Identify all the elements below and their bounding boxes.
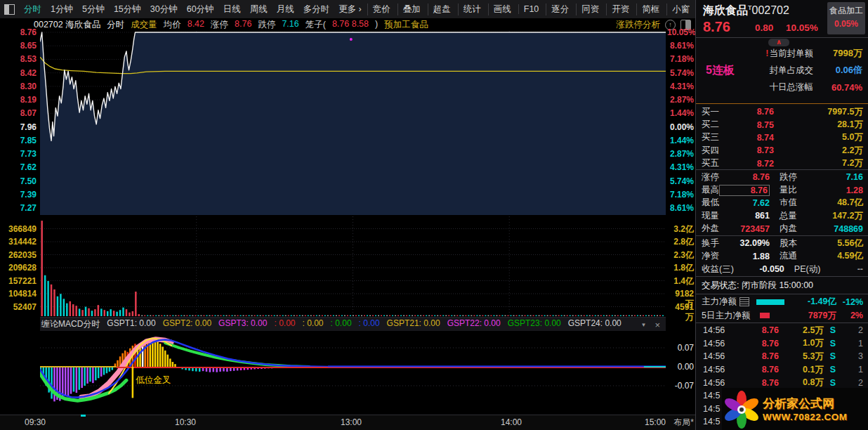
seal-value: 0.06倍 xyxy=(819,64,862,77)
amount-axis-label: 1.4亿 xyxy=(667,276,694,286)
macd-axis-label: 0.00 xyxy=(667,362,694,372)
seal-label: 封单占成交 xyxy=(770,65,814,77)
volume-bars xyxy=(41,221,664,316)
menu-item-15分钟[interactable]: 15分钟 xyxy=(110,4,145,15)
last-price: 8.76 xyxy=(703,19,730,35)
time-axis-label-13:00: 13:00 xyxy=(336,417,367,427)
menu-item-开资[interactable]: 开资 xyxy=(606,4,634,15)
time-axis-marker xyxy=(81,415,86,417)
flow-value: -1.49亿 xyxy=(784,296,836,308)
amount-axis-label: 1.8亿 xyxy=(667,263,694,273)
trade-row-1[interactable]: 14:56 8.76 1.0万 S 1 xyxy=(696,337,868,351)
flow-label: 主力净额 xyxy=(702,296,737,308)
collapse-chevron-icon[interactable]: ∧ xyxy=(768,39,789,46)
volume-axis-label: 104814 xyxy=(4,289,37,299)
bid-price: 8.76 xyxy=(719,107,774,117)
trade-time: 14:56 xyxy=(703,325,735,335)
trade-row-0[interactable]: 14:56 8.76 2.5万 S 2 xyxy=(696,324,868,337)
bid-row-买一[interactable]: 买一 8.76 7997.5万 xyxy=(696,105,868,118)
info-segment-4: 8.42 xyxy=(188,19,204,31)
menu-items: 分时1分钟5分钟15分钟30分钟60分钟日线周线月线多分时更多 ›竞价叠加超盘统… xyxy=(20,4,791,15)
seal-row-1: 封单占成交0.06倍 xyxy=(729,64,862,77)
macd-indicator-header: 缠论MACD分时GSPT1: 0.00GSPT2: 0.00GSPT3: 0.0… xyxy=(40,317,666,331)
limit-analysis-button[interactable]: 涨跌停分析 xyxy=(617,19,661,31)
macd-value-1: GSPT1: 0.00 xyxy=(107,318,155,330)
stat-value: 861 xyxy=(719,211,770,221)
menu-item-多分时[interactable]: 多分时 xyxy=(300,4,334,15)
macd-axis-label: -0.07 xyxy=(667,381,694,391)
chart-info-bar: 002702 海欣食品分时成交量均价8.42涨停8.76跌停7.16笼子(8.7… xyxy=(0,18,695,31)
stat-value: 4.59亿 xyxy=(797,250,863,262)
menu-item-简框[interactable]: 简框 xyxy=(636,4,664,15)
menu-item-周线[interactable]: 周线 xyxy=(246,4,271,15)
pct-axis-label: 2.87% xyxy=(667,95,694,105)
menu-item-超盘[interactable]: 超盘 xyxy=(428,4,456,15)
bid-label: 买一 xyxy=(702,106,719,118)
menu-item-同资[interactable]: 同资 xyxy=(576,4,604,15)
trade-amount: 2.5万 xyxy=(779,325,824,337)
menu-item-逐分[interactable]: 逐分 xyxy=(546,4,574,15)
flow-list-icon[interactable] xyxy=(739,297,749,306)
orange-divider xyxy=(696,103,868,104)
macd-values: 缠论MACD分时GSPT1: 0.00GSPT2: 0.00GSPT3: 0.0… xyxy=(41,318,622,330)
layout-label[interactable]: 布局* xyxy=(669,417,694,429)
stat-value: 7.62 xyxy=(719,198,770,208)
menu-item-F10[interactable]: F10 xyxy=(518,4,544,14)
trade-time: 14:56 xyxy=(703,339,735,348)
menu-item-更多 ›[interactable]: 更多 › xyxy=(335,4,365,15)
bid-row-买二[interactable]: 买二 8.75 28.1万 xyxy=(696,118,868,131)
price-axis-label: 7.96 xyxy=(4,122,37,132)
main-chart-svg: 低位金叉 xyxy=(40,31,666,415)
trade-price: 8.76 xyxy=(735,378,779,388)
macd-dropdown-icon[interactable]: ▼ xyxy=(640,322,646,328)
trade-direction: S xyxy=(824,351,842,361)
divider xyxy=(696,169,868,170)
menu-item-小窗[interactable]: 小窗 xyxy=(666,4,695,15)
volume-axis-label: 157221 xyxy=(4,276,37,286)
divider xyxy=(696,322,868,323)
stock-name: 海欣食品T002702 xyxy=(703,4,789,18)
trade-row-3[interactable]: 14:56 8.76 0.1万 S 1 xyxy=(696,363,868,377)
menu-item-月线[interactable]: 月线 xyxy=(273,4,298,15)
macd-close-icon[interactable]: × xyxy=(655,320,660,330)
trade-row-2[interactable]: 14:56 8.76 5.3万 S 3 xyxy=(696,350,868,363)
bid-row-买三[interactable]: 买三 8.74 5.0万 xyxy=(696,131,868,144)
trade-count: 1 xyxy=(842,339,863,348)
menu-item-日线[interactable]: 日线 xyxy=(220,4,244,15)
menu-item-统计[interactable]: 统计 xyxy=(458,4,486,15)
time-axis-bar[interactable]: 09:3010:3013:0014:0015:00 xyxy=(0,415,695,430)
flow-value: 7879万 xyxy=(770,310,836,322)
time-axis-label-14:00: 14:00 xyxy=(496,417,527,427)
amount-axis-label: 2.3亿 xyxy=(667,250,694,260)
macd-value-5: : 0.00 xyxy=(303,318,324,330)
menu-item-5分钟[interactable]: 5分钟 xyxy=(79,4,108,15)
bid-row-买五[interactable]: 买五 8.72 7.2万 xyxy=(696,157,868,170)
menu-item-1分钟[interactable]: 1分钟 xyxy=(47,4,77,15)
menu-item-分时[interactable]: 分时 xyxy=(20,4,45,15)
seal-value: 60.74% xyxy=(819,82,862,93)
window-split-icon[interactable] xyxy=(4,4,15,15)
stat-label: 涨停 xyxy=(702,171,719,183)
seal-value: 7998万 xyxy=(819,47,862,60)
stat-value: -- xyxy=(820,264,863,274)
stat2-row-0: 换手 32.09% 股本 5.56亿 xyxy=(696,237,868,250)
macd-controls: ▼ × xyxy=(640,318,660,332)
menu-item-30分钟[interactable]: 30分钟 xyxy=(147,4,181,15)
bid-label: 买四 xyxy=(702,145,719,157)
menu-item-画线[interactable]: 画线 xyxy=(488,4,516,15)
price-axis-label: 7.85 xyxy=(4,136,37,145)
stock-code: 002702 xyxy=(752,4,789,16)
menu-item-60分钟[interactable]: 60分钟 xyxy=(183,4,218,15)
pct-axis-label: 2.87% xyxy=(667,149,694,159)
stat-label: 量比 xyxy=(780,184,797,196)
trade-count: 1 xyxy=(842,365,863,374)
bid-row-买四[interactable]: 买四 8.73 2.2万 xyxy=(696,144,868,157)
pct-axis-label: 1.44% xyxy=(667,108,694,118)
macd-value-10: GSPT23: 0.00 xyxy=(508,318,561,330)
industry-badge[interactable]: 食品加工 0.05% xyxy=(827,2,865,34)
menu-item-叠加[interactable]: 叠加 xyxy=(397,4,426,15)
pct-axis-label: 8.61% xyxy=(667,203,694,213)
trade-count: 2 xyxy=(842,325,863,335)
stat-label: 内盘 xyxy=(780,223,797,235)
menu-item-竞价[interactable]: 竞价 xyxy=(367,4,395,15)
